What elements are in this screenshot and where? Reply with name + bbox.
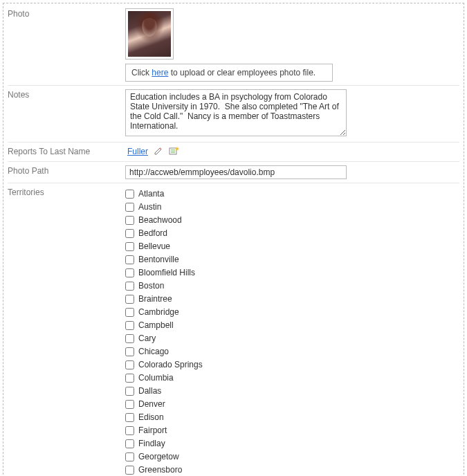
- territory-checkbox[interactable]: [125, 360, 134, 369]
- territory-checkbox[interactable]: [125, 387, 134, 396]
- svg-rect-1: [171, 149, 175, 150]
- row-photo-path: Photo Path: [8, 161, 459, 183]
- territory-checkbox[interactable]: [125, 282, 134, 291]
- territory-item: Boston: [125, 280, 459, 292]
- territory-checkbox[interactable]: [125, 229, 134, 238]
- territory-label: Findlay: [138, 437, 165, 450]
- value-reports-to: Fuller: [125, 145, 459, 159]
- territory-checkbox[interactable]: [125, 190, 134, 199]
- value-photo-path: [125, 164, 459, 181]
- territory-item: Braintree: [125, 293, 459, 305]
- territory-label: Georgetow: [138, 450, 179, 463]
- label-territories: Territories: [8, 185, 125, 199]
- territory-label: Austin: [138, 201, 161, 213]
- territory-item: Greensboro: [125, 464, 459, 476]
- row-territories: Territories AtlantaAustinBeachwoodBedfor…: [8, 183, 459, 476]
- employee-form: Photo Click here to upload or clear empl…: [3, 3, 464, 476]
- label-reports-to: Reports To Last Name: [8, 145, 125, 158]
- territory-checkbox[interactable]: [125, 400, 134, 409]
- territory-item: Austin: [125, 201, 459, 213]
- territory-item: Findlay: [125, 437, 459, 450]
- territory-checkbox[interactable]: [125, 413, 134, 422]
- territory-checkbox[interactable]: [125, 216, 134, 225]
- territory-checkbox[interactable]: [125, 321, 134, 330]
- territory-item: Edison: [125, 411, 459, 423]
- territory-label: Fairport: [138, 424, 167, 437]
- territory-item: Cary: [125, 332, 459, 345]
- territory-item: Atlanta: [125, 187, 459, 200]
- territory-label: Chicago: [138, 345, 169, 358]
- territory-item: Colorado Springs: [125, 358, 459, 371]
- territory-label: Cambridge: [138, 306, 179, 318]
- territory-label: Colorado Springs: [138, 358, 203, 371]
- territory-checkbox[interactable]: [125, 242, 134, 251]
- territory-label: Boston: [138, 280, 164, 292]
- territory-checkbox[interactable]: [125, 374, 134, 383]
- territory-label: Dallas: [138, 385, 161, 397]
- territory-label: Campbell: [138, 319, 174, 331]
- svg-rect-3: [171, 152, 175, 153]
- photo-path-input[interactable]: [125, 165, 347, 179]
- employee-photo[interactable]: [128, 11, 171, 57]
- row-notes: Notes: [8, 85, 459, 142]
- territory-label: Edison: [138, 411, 164, 423]
- territory-item: Dallas: [125, 385, 459, 397]
- territory-checkbox[interactable]: [125, 426, 134, 435]
- label-photo-path: Photo Path: [8, 164, 125, 178]
- territory-label: Atlanta: [138, 187, 164, 200]
- territory-checkbox[interactable]: [125, 452, 134, 461]
- territory-item: Bedford: [125, 227, 459, 239]
- territory-item: Denver: [125, 398, 459, 410]
- territory-item: Georgetow: [125, 450, 459, 463]
- territory-label: Bloomfield Hills: [138, 266, 195, 279]
- upload-suffix: to upload or clear employees photo file.: [168, 68, 315, 77]
- territory-item: Campbell: [125, 319, 459, 331]
- value-photo: Click here to upload or clear employees …: [125, 7, 459, 83]
- svg-rect-2: [171, 151, 175, 152]
- territory-checkbox[interactable]: [125, 439, 134, 448]
- territory-label: Greensboro: [138, 464, 182, 476]
- upload-link[interactable]: here: [152, 68, 168, 77]
- territory-item: Fairport: [125, 424, 459, 437]
- territory-label: Cary: [138, 332, 156, 345]
- territory-item: Bellevue: [125, 240, 459, 253]
- label-notes: Notes: [8, 88, 125, 102]
- territory-checkbox[interactable]: [125, 295, 134, 304]
- label-photo: Photo: [8, 7, 125, 21]
- territory-item: Beachwood: [125, 214, 459, 226]
- territory-item: Bentonville: [125, 253, 459, 266]
- territory-checkbox[interactable]: [125, 203, 134, 212]
- upload-prefix: Click: [131, 68, 152, 77]
- photo-frame: [125, 8, 174, 60]
- territory-item: Bloomfield Hills: [125, 266, 459, 279]
- value-notes: [125, 88, 459, 140]
- territory-label: Beachwood: [138, 214, 182, 226]
- territory-checkbox[interactable]: [125, 268, 134, 277]
- territory-label: Braintree: [138, 293, 172, 305]
- territory-label: Denver: [138, 398, 165, 410]
- territory-item: Columbia: [125, 372, 459, 384]
- territory-label: Columbia: [138, 372, 174, 384]
- territory-checkbox[interactable]: [125, 347, 134, 356]
- reports-to-link[interactable]: Fuller: [125, 145, 150, 158]
- notes-input[interactable]: [125, 89, 347, 136]
- pencil-icon[interactable]: [154, 146, 163, 158]
- territory-checkbox[interactable]: [125, 334, 134, 343]
- photo-upload-help: Click here to upload or clear employees …: [125, 64, 333, 82]
- territory-item: Cambridge: [125, 306, 459, 318]
- territory-checkbox[interactable]: [125, 466, 134, 475]
- territory-item: Chicago: [125, 345, 459, 358]
- territory-checkbox[interactable]: [125, 308, 134, 317]
- territory-checkbox[interactable]: [125, 255, 134, 264]
- territory-label: Bellevue: [138, 240, 170, 253]
- row-photo: Photo Click here to upload or clear empl…: [8, 5, 459, 85]
- row-reports-to: Reports To Last Name Fuller: [8, 142, 459, 161]
- territory-label: Bedford: [138, 227, 167, 239]
- new-record-icon[interactable]: [169, 146, 180, 158]
- territories-list: AtlantaAustinBeachwoodBedfordBellevueBen…: [125, 185, 459, 476]
- territory-label: Bentonville: [138, 253, 179, 266]
